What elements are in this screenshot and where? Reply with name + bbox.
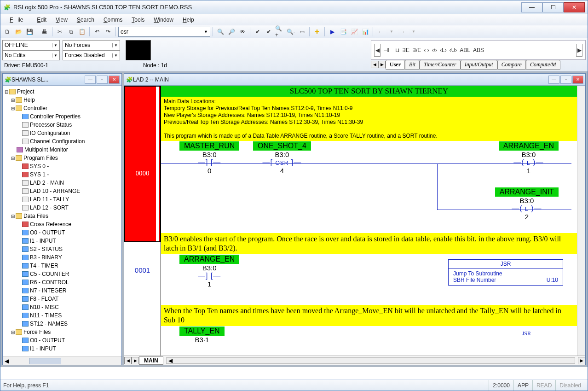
- undo-icon[interactable]: ↶: [92, 27, 102, 37]
- instruction-tabs: ◀ ▶ User Bit Timer/Counter Input/Output …: [371, 60, 586, 69]
- add-icon[interactable]: ✚: [312, 27, 322, 37]
- rung-1[interactable]: ARRANGE_EN B3:0 —] [— 1 JSR Jump To Subr…: [161, 254, 577, 305]
- rung0-comment: Main Data Locations: Tempory Storage for…: [161, 97, 577, 141]
- cut-icon[interactable]: ✂: [55, 27, 65, 37]
- instr-item[interactable]: ⊣⊢: [383, 47, 392, 53]
- rung2-comment: When the Top Ten names and times have be…: [161, 305, 577, 326]
- lad-minimize-button[interactable]: —: [548, 76, 559, 84]
- tab-io[interactable]: Input/Output: [461, 60, 497, 70]
- status-app: APP: [513, 380, 532, 391]
- ladder-tabs: ◀ ▶ MAIN ◀ ▶: [124, 356, 585, 365]
- maximize-button[interactable]: ☐: [542, 2, 564, 12]
- window-icon[interactable]: ▭: [297, 27, 307, 37]
- separator: [373, 27, 373, 36]
- ladtab-right[interactable]: ▶: [132, 357, 139, 364]
- tab-timer[interactable]: Timer/Counter: [420, 60, 461, 70]
- trend-icon[interactable]: 📈: [349, 27, 359, 37]
- ladder-window: 🧩 LAD 2 -- MAIN — ▫ ✕ 0000 0001 SLC500 T…: [124, 73, 586, 365]
- open-icon[interactable]: 📂: [13, 27, 23, 37]
- tree-restore-button[interactable]: ▫: [97, 76, 108, 84]
- verify-icon[interactable]: ✔: [253, 27, 263, 37]
- separator: [250, 27, 250, 36]
- lad-restore-button[interactable]: ▫: [560, 76, 571, 84]
- copy-icon[interactable]: ⧉: [66, 27, 76, 37]
- find-icon[interactable]: 🔍: [215, 27, 225, 37]
- instr-item[interactable]: ‹ ›: [424, 47, 429, 53]
- menu-comms[interactable]: Comms: [99, 15, 127, 24]
- tab-compute[interactable]: Compute/M: [526, 60, 560, 70]
- menubar: File Edit View Search Comms Tools Window…: [0, 14, 588, 25]
- status-position: 2:0000: [489, 380, 513, 391]
- instr-item[interactable]: ABS: [473, 47, 484, 53]
- redo-icon[interactable]: ↷: [103, 27, 113, 37]
- search-combo[interactable]: osr▼: [118, 27, 210, 37]
- menu-tools[interactable]: Tools: [127, 15, 149, 24]
- ladtab-left[interactable]: ◀: [124, 357, 132, 364]
- tree-close-button[interactable]: ✕: [109, 76, 120, 84]
- instr-item[interactable]: ‹/›: [432, 47, 437, 53]
- menu-help[interactable]: Help: [178, 15, 199, 24]
- jsr-instruction[interactable]: JSR Jump To Subroutine SBR File NumberU:…: [448, 259, 563, 286]
- tab-nav-right[interactable]: ▶: [378, 61, 386, 68]
- palette-left-icon[interactable]: ◀: [374, 44, 380, 57]
- ladtab-main[interactable]: MAIN: [139, 356, 163, 365]
- instr-item[interactable]: ABL: [460, 47, 470, 53]
- instr-item[interactable]: ⊔: [395, 47, 399, 53]
- forces-enable-status[interactable]: Forces Disabled▼: [63, 50, 120, 60]
- rung1-comment: B3/0 enables the start of the program. O…: [161, 233, 577, 254]
- status-row: OFFLINE▼ No Forces▼ No Edits▼ Forces Dis…: [0, 38, 588, 71]
- project-tree-window: 🧩 SHAWNS SL... — ▫ ✕ ⊟Project ⊞Help ⊟Con…: [2, 73, 122, 365]
- back-dd-icon[interactable]: ▼: [386, 27, 397, 37]
- instr-item[interactable]: ∃/E: [412, 47, 421, 53]
- menu-window[interactable]: Window: [149, 15, 178, 24]
- zoom-out-icon[interactable]: 🔍-: [286, 27, 296, 37]
- ladder-hscroll[interactable]: ◀: [166, 357, 575, 364]
- find-next-icon[interactable]: 🔎: [226, 27, 236, 37]
- tab-compare[interactable]: Compare: [497, 60, 526, 70]
- minimize-button[interactable]: —: [521, 2, 542, 12]
- menu-search[interactable]: Search: [72, 15, 99, 24]
- new-icon[interactable]: 🗋: [2, 27, 12, 37]
- tab-bit[interactable]: Bit: [405, 60, 420, 70]
- fwd-icon[interactable]: →: [398, 27, 408, 37]
- zoom-in-icon[interactable]: 🔍+: [275, 27, 285, 37]
- ladder-vscroll[interactable]: [577, 86, 585, 356]
- menu-edit[interactable]: Edit: [32, 15, 51, 24]
- ladder-canvas[interactable]: SLC500 TOP TEN SORT BY SHAWN TIERNEY Mai…: [161, 86, 577, 356]
- edits-status[interactable]: No Edits▼: [2, 50, 60, 60]
- instr-item[interactable]: ‹L›: [440, 47, 447, 53]
- main-toolbar: 🗋 📂 💾 🖶 ✂ ⧉ 📋 ↶ ↷ osr▼ 🔍 🔎 👁 ✔ ✔ 🔍+ 🔍- ▭…: [0, 25, 588, 38]
- instr-item[interactable]: ‹U›: [450, 47, 457, 53]
- online-status[interactable]: OFFLINE▼: [2, 40, 60, 50]
- separator: [89, 27, 90, 36]
- chart-icon[interactable]: 📊: [360, 27, 370, 37]
- tab-user[interactable]: User: [386, 60, 405, 70]
- rung-2[interactable]: TALLY_EN B3·1 JSR: [161, 326, 577, 344]
- run-icon[interactable]: ▶: [327, 27, 337, 37]
- rung-0[interactable]: MASTER_RUN B3:0 —] [— 0 ONE_SHOT_4 B3:0 …: [161, 141, 577, 233]
- paste-icon[interactable]: 📋: [77, 27, 87, 37]
- rung-number-gutter: 0000 0001: [124, 86, 161, 356]
- palette-right-icon[interactable]: ▶: [576, 44, 582, 57]
- ladtab-end[interactable]: ▶: [578, 357, 585, 364]
- instr-item[interactable]: ∃E: [402, 47, 409, 53]
- tree-hscroll[interactable]: ◀: [3, 356, 121, 365]
- program-title: SLC500 TOP TEN SORT BY SHAWN TIERNEY: [161, 86, 577, 97]
- project-tree[interactable]: ⊟Project ⊞Help ⊟Controller Controller Pr…: [3, 86, 121, 356]
- tab-nav-left[interactable]: ◀: [371, 61, 378, 68]
- fwd-dd-icon[interactable]: ▼: [409, 27, 419, 37]
- verify-proj-icon[interactable]: ✔: [264, 27, 274, 37]
- lad-close-button[interactable]: ✕: [572, 76, 583, 84]
- lad-window-title: LAD 2 -- MAIN: [133, 76, 548, 83]
- back-icon[interactable]: ←: [375, 27, 386, 37]
- print-icon[interactable]: 🖶: [40, 27, 50, 37]
- goto-icon[interactable]: 📑: [338, 27, 348, 37]
- menu-view[interactable]: View: [51, 15, 72, 24]
- forces-status[interactable]: No Forces▼: [63, 40, 120, 50]
- menu-file[interactable]: File: [5, 15, 32, 24]
- window-title: RSLogix 500 Pro - SHAWNS SLC500 TOP TEN …: [13, 4, 521, 11]
- find-all-icon[interactable]: 👁: [237, 27, 248, 37]
- close-button[interactable]: ✕: [564, 2, 585, 12]
- save-icon[interactable]: 💾: [24, 27, 35, 37]
- tree-minimize-button[interactable]: —: [85, 76, 96, 84]
